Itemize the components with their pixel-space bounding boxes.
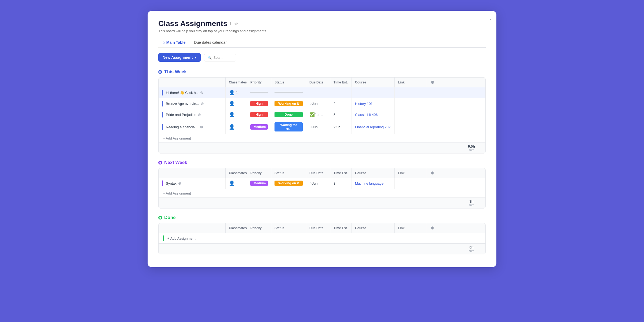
check-icon: ✅ (309, 112, 315, 117)
course-link[interactable]: Classic Lit 406 (355, 113, 378, 117)
search-box[interactable]: 🔍 Sea... (204, 54, 236, 61)
col-course-nw: Course (352, 168, 395, 178)
cell-name-bronze[interactable]: Bronze Age overvie... ⊕ (159, 98, 226, 109)
section-bullet-done: ◉ (158, 216, 162, 219)
add-assignment-nextweek[interactable]: + Add Assignment (159, 189, 485, 197)
info-icon[interactable]: ℹ (230, 21, 232, 26)
priority-badge: Medium (250, 181, 268, 186)
course-link[interactable]: History 101 (355, 102, 373, 106)
add-classmate-icon[interactable]: ⊕ (178, 181, 181, 185)
cell-name-syntax[interactable]: Syntax ⊕ (159, 178, 226, 189)
add-assignment-thisweek[interactable]: + Add Assignment (159, 134, 485, 142)
cell-priority-hithere (247, 87, 271, 98)
col-duedate-nw: Due Date (306, 168, 330, 178)
course-link[interactable]: Financial reporting 202 (355, 125, 390, 129)
cell-timeest-bronze: 2h (330, 98, 352, 109)
col-headers-nextweek: Classmates Priority Status Due Date Time… (159, 168, 485, 178)
col-link-d: Link (395, 223, 427, 233)
avatar: 👤 (229, 112, 235, 118)
table-done: Classmates Priority Status Due Date Time… (158, 223, 486, 254)
course-link[interactable]: Machine language (355, 181, 383, 185)
sum-row-nextweek: 3h sum (159, 197, 485, 208)
col-link-nw: Link (395, 168, 427, 178)
add-classmate-icon[interactable]: ⊕ (200, 90, 203, 95)
add-classmate-icon[interactable]: ⊕ (200, 125, 203, 129)
add-assignment-done[interactable]: + Add Assignment (159, 233, 485, 243)
cell-link-financial (395, 120, 427, 134)
cell-course-pride[interactable]: Classic Lit 406 (352, 109, 395, 120)
priority-badge: High (250, 101, 268, 106)
cell-classmates-financial: 👤 (226, 120, 247, 134)
cell-course-financial[interactable]: Financial reporting 202 (352, 120, 395, 134)
cell-duedate-pride: ✅ Jan... (306, 109, 330, 120)
home-icon: ⌂ (163, 40, 165, 44)
add-icon[interactable]: 1 (236, 90, 238, 95)
avatar: 👤 (229, 101, 235, 107)
sum-value: 3h (461, 199, 482, 203)
status-badge: Waiting for re... (275, 122, 303, 131)
col-add-d[interactable]: ⊕ (427, 223, 438, 233)
cell-name-pride[interactable]: Pride and Prejudice ⊕ (159, 109, 226, 120)
cell-timeest-hithere (330, 87, 352, 98)
col-classmates-d: Classmates (226, 223, 247, 233)
cell-priority-pride[interactable]: High (247, 109, 271, 120)
col-timeest-nw: Time Est. (330, 168, 352, 178)
cell-priority-bronze[interactable]: High (247, 98, 271, 109)
col-classmates-nw: Classmates (226, 168, 247, 178)
cell-course-bronze[interactable]: History 101 (352, 98, 395, 109)
table-row: Hi there! 👋 Click h... ⊕ 👤 1 (159, 87, 485, 98)
search-icon: 🔍 (207, 56, 212, 60)
header-area: Class Assignments ℹ ☆ This board will he… (158, 19, 486, 33)
col-add-1[interactable]: ⊕ (427, 78, 438, 87)
cell-priority-financial[interactable]: Medium (247, 120, 271, 134)
col-course-d: Course (352, 223, 395, 233)
cell-priority-syntax[interactable]: Medium (247, 178, 271, 189)
tab-due-dates[interactable]: Due dates calendar (190, 38, 231, 47)
cell-link-bronze (395, 98, 427, 109)
avatar: 👤 (229, 124, 235, 130)
cell-course-syntax[interactable]: Machine language (352, 178, 395, 189)
row-stripe (162, 101, 163, 107)
more-options-btn[interactable]: · (489, 16, 491, 22)
tabs-row: ⌂ Main Table Due dates calendar + (158, 37, 486, 48)
sum-block-done: 0h sum (461, 245, 482, 253)
row-stripe (162, 180, 163, 186)
status-badge: Working on it (275, 101, 303, 106)
add-classmate-icon[interactable]: ⊕ (198, 112, 201, 117)
table-nextweek: Classmates Priority Status Due Date Time… (158, 168, 486, 208)
search-placeholder: Sea... (213, 56, 222, 60)
cell-status-pride[interactable]: Done (271, 109, 306, 120)
cell-status-bronze[interactable]: Working on it (271, 98, 306, 109)
cell-link-hithere (395, 87, 427, 98)
sum-value: 0h (461, 245, 482, 249)
sum-label: sum (469, 249, 474, 253)
tab-add-btn[interactable]: + (231, 37, 239, 47)
cell-status-hithere (271, 87, 306, 98)
tab-main-table[interactable]: ⌂ Main Table (158, 38, 190, 47)
col-add-nw[interactable]: ⊕ (427, 168, 438, 178)
col-timeest-d: Time Est. (330, 223, 352, 233)
circle-icon: ○ (309, 181, 312, 186)
tab-due-dates-label: Due dates calendar (194, 40, 226, 45)
cell-extra-bronze (427, 98, 438, 109)
cell-status-syntax[interactable]: Working on it (271, 178, 306, 189)
section-title-thisweek: This Week (164, 69, 187, 75)
star-icon[interactable]: ☆ (234, 21, 238, 26)
new-assignment-button[interactable]: New Assignment ▾ (158, 53, 201, 62)
row-stripe (163, 235, 164, 241)
cell-duedate-bronze: ○ Jun ... (306, 98, 330, 109)
add-classmate-icon[interactable]: ⊕ (201, 101, 204, 106)
cell-timeest-pride: 5h (330, 109, 352, 120)
section-title-nextweek: Next Week (164, 160, 187, 165)
page-title: Class Assignments (158, 19, 227, 28)
add-col-icon: ⊕ (431, 80, 434, 85)
new-assignment-label: New Assignment (163, 55, 193, 60)
table-thisweek: Classmates Priority Status Due Date Time… (158, 77, 486, 153)
table-row: Syntax ⊕ 👤 Medium Working on it ○ Jun ..… (159, 178, 485, 189)
cell-status-financial[interactable]: Waiting for re... (271, 120, 306, 134)
col-headers-done: Classmates Priority Status Due Date Time… (159, 223, 485, 233)
col-timeest-1: Time Est. (330, 78, 352, 87)
cell-course-hithere (352, 87, 395, 98)
tab-main-table-label: Main Table (166, 40, 185, 45)
cell-name-financial[interactable]: Reading a financial... ⊕ (159, 120, 226, 134)
